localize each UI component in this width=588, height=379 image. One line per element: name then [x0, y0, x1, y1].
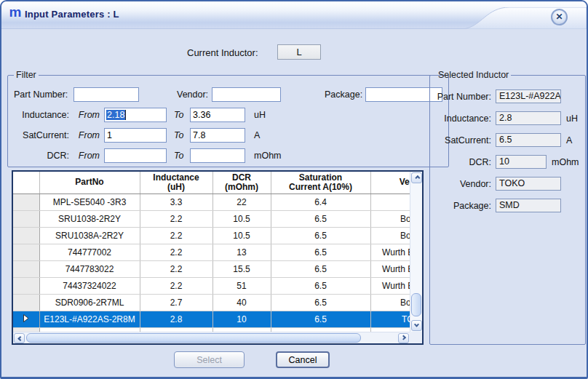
table-row[interactable]: SRU1038-2R2Y2.2 10.56.5 Bourns: [13, 210, 410, 227]
inductor-table: PartNo Inductance(uH) DCR(mOhm) Saturati…: [12, 170, 424, 345]
filter-group: Filter Part Number: Vendor: Package: Ind…: [7, 70, 449, 167]
chevron-right-icon: [401, 335, 406, 340]
dcr-label: DCR:: [14, 151, 69, 161]
part-number-input[interactable]: [74, 87, 139, 102]
dcr-to-input[interactable]: [190, 148, 245, 163]
selected-text: 2.18: [106, 110, 125, 120]
satcurrent-from-input[interactable]: [104, 128, 167, 143]
window-title: Input Parameters : L: [25, 9, 119, 20]
table-row[interactable]: SRU1038A-2R2Y2.2 10.56.5 Bourns: [13, 227, 410, 244]
table-header-row: PartNo Inductance(uH) DCR(mOhm) Saturati…: [13, 172, 410, 194]
table-row[interactable]: 7447770022.2 136.5 Wurth Elektronik: [13, 244, 410, 260]
selected-vendor-value: TOKO: [496, 177, 561, 191]
scroll-left-button[interactable]: [14, 333, 25, 343]
vertical-scrollbar[interactable]: [410, 172, 422, 332]
selected-dcr-label: DCR:: [436, 157, 491, 167]
table-row[interactable]: 74477830222.2 15.56.5 Wurth Elektronik: [13, 260, 410, 277]
chevron-left-icon: [17, 335, 23, 340]
from-label: From: [75, 130, 100, 140]
selected-package-label: Package:: [436, 201, 491, 211]
cancel-button[interactable]: Cancel: [276, 351, 330, 368]
col-saturation[interactable]: SaturationCurrent A(10%): [271, 172, 370, 194]
close-button[interactable]: ✕: [551, 9, 568, 25]
col-dcr[interactable]: DCR(mOhm): [212, 172, 271, 194]
col-partno[interactable]: PartNo: [39, 172, 140, 194]
selected-satcurrent-value: 6.5: [496, 133, 561, 147]
app-logo-icon: m: [9, 7, 22, 20]
selected-part-number-row: Part Number: E123L-#A922AS-2R8M: [436, 89, 579, 103]
scroll-up-button[interactable]: [411, 172, 422, 183]
filter-row-dcr: DCR: From To mOhm: [14, 148, 442, 163]
selected-part-number-label: Part Number:: [436, 92, 491, 102]
selected-inductance-unit: uH: [566, 113, 578, 124]
current-inductor-label: Current Inductor:: [187, 47, 258, 58]
row-selector-header: [13, 172, 39, 194]
filter-row-satcurrent: SatCurrent: From To A: [14, 128, 442, 143]
scroll-down-button[interactable]: [411, 320, 422, 331]
chevron-up-icon: [415, 175, 420, 180]
scrollbar-corner: [410, 332, 422, 343]
col-vendor[interactable]: Vendor: [370, 172, 410, 194]
inductance-label: Inductance:: [14, 110, 69, 120]
col-inductance[interactable]: Inductance(uH): [140, 172, 212, 194]
horizontal-scrollbar[interactable]: [13, 332, 410, 343]
satcurrent-unit: A: [254, 130, 260, 140]
selected-inductor-legend: Selected Inductor: [436, 70, 511, 80]
satcurrent-label: SatCurrent:: [14, 130, 69, 140]
vertical-scroll-thumb[interactable]: [411, 293, 421, 316]
close-icon: ✕: [555, 12, 563, 22]
dcr-from-input[interactable]: [104, 148, 167, 163]
package-label: Package:: [325, 89, 365, 100]
selected-inductance-row: Inductance: 2.8 uH: [436, 111, 579, 125]
filter-legend: Filter: [14, 70, 39, 80]
vendor-input[interactable]: [212, 87, 281, 102]
select-button[interactable]: Select: [174, 351, 245, 368]
scroll-right-button[interactable]: [398, 333, 409, 343]
table-row[interactable]: 744373240222.2 516.5 Wurth Elektronik: [13, 277, 410, 294]
table-row[interactable]: SDR0906-2R7ML2.7 406.5 Bourns: [13, 294, 410, 311]
selected-dcr-unit: mOhm: [552, 157, 579, 167]
selected-package-value: SMD: [496, 199, 561, 212]
titlebar-swoosh: [463, 7, 587, 29]
text-caret: [125, 110, 126, 120]
to-label: To: [174, 130, 186, 140]
selected-inductor-group: Selected Inductor Part Number: E123L-#A9…: [429, 70, 586, 345]
inductance-from-input[interactable]: 2.18: [104, 108, 167, 122]
selected-dcr-row: DCR: 10 mOhm: [436, 155, 579, 169]
selected-satcurrent-row: SatCurrent: 6.5 A: [436, 133, 579, 147]
from-label: From: [75, 151, 100, 161]
table-row-selected[interactable]: E123L-#A922AS-2R8M2.8 106.5 TOKO: [13, 311, 410, 327]
row-selector-arrow-icon: [23, 314, 29, 322]
title-bar: m Input Parameters : L ✕: [1, 1, 587, 29]
selected-package-row: Package: SMD: [436, 199, 579, 212]
table-row[interactable]: MPL-SE5040 -3R33.3 226.4: [13, 194, 410, 210]
selected-part-number-value: E123L-#A922AS-2R8M: [496, 89, 561, 103]
selected-vendor-label: Vendor:: [436, 179, 491, 189]
selected-inductance-value: 2.8: [496, 111, 561, 125]
vendor-label: Vendor:: [177, 89, 212, 100]
part-number-label: Part Number:: [14, 89, 74, 100]
current-inductor-value: L: [277, 44, 321, 60]
from-label: From: [75, 110, 100, 120]
satcurrent-to-input[interactable]: [190, 128, 245, 143]
to-label: To: [174, 151, 186, 161]
dialog-window: m Input Parameters : L ✕ Current Inducto…: [0, 0, 588, 379]
dcr-unit: mOhm: [254, 151, 282, 161]
inductance-to-input[interactable]: [190, 108, 245, 122]
filter-row-inductance: Inductance: From 2.18 To uH: [14, 108, 442, 122]
selected-satcurrent-label: SatCurrent:: [436, 135, 491, 145]
horizontal-scroll-thumb[interactable]: [26, 333, 361, 343]
inductance-unit: uH: [254, 110, 266, 120]
selected-dcr-value: 10: [496, 155, 547, 169]
selected-inductance-label: Inductance:: [436, 113, 491, 124]
selected-satcurrent-unit: A: [566, 135, 572, 145]
filter-row-text: Part Number: Vendor: Package:: [14, 87, 442, 102]
selected-vendor-row: Vendor: TOKO: [436, 177, 579, 191]
chevron-down-icon: [414, 322, 419, 327]
table-viewport: PartNo Inductance(uH) DCR(mOhm) Saturati…: [13, 172, 410, 332]
to-label: To: [174, 110, 186, 120]
